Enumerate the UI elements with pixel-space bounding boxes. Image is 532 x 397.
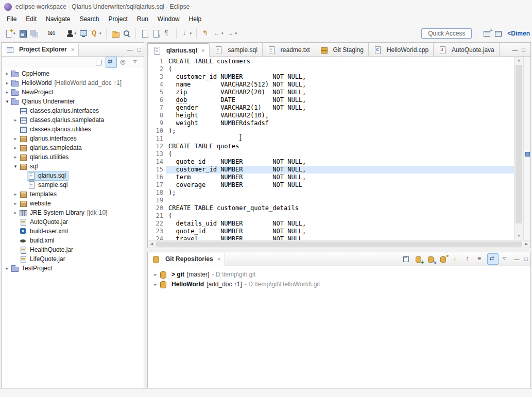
tree-item[interactable]: build.xml	[2, 236, 144, 245]
code-line[interactable]: gender VARCHAR2(1) NOT NULL,	[166, 104, 514, 112]
fetch-icon[interactable]	[450, 253, 461, 265]
editor-tab[interactable]: HelloWorld.cpp	[369, 43, 434, 56]
dropdown-arrow-icon[interactable]: ▾	[75, 31, 77, 36]
code-line[interactable]: dob DATE NOT NULL,	[166, 96, 514, 104]
menu-file[interactable]: File	[2, 14, 21, 24]
maximize-view-icon[interactable]: □	[134, 46, 144, 53]
editor-tab[interactable]: sample.sql	[210, 43, 262, 56]
tree-item[interactable]: ▸HelloWorld[HelloWorld add_doc ↑1]	[2, 78, 144, 88]
branch-hierarchy-icon[interactable]	[475, 253, 486, 265]
binary-console-icon[interactable]	[46, 28, 58, 39]
scroll-right-icon[interactable]: ▶	[523, 242, 530, 246]
horizontal-scrollbar[interactable]: ◀ ▶	[148, 240, 530, 248]
tree-item[interactable]: ▸JRE System Library[jdk-10]	[2, 208, 144, 217]
code-line[interactable]: customer_id NUMBER NOT NULL,	[166, 73, 514, 81]
code-line[interactable]: quote_id NUMBER NOT NULL,	[166, 158, 514, 166]
menu-edit[interactable]: Edit	[21, 14, 41, 24]
tree-item[interactable]: classes.qlarius.interfaces	[2, 106, 144, 115]
last-edit-location-icon[interactable]	[200, 28, 211, 39]
tree-item[interactable]: sample.sql	[2, 180, 144, 189]
run-qlarius-dropdown-icon[interactable]: ▾	[89, 28, 103, 39]
tree-item[interactable]: classes.qlarius.utilities	[2, 125, 144, 134]
code-area[interactable]: CREATE TABLE customers( customer_id NUMB…	[166, 57, 514, 240]
occurrence-marker[interactable]	[525, 152, 530, 157]
code-line[interactable]: (	[166, 65, 514, 73]
console-icon[interactable]	[78, 28, 89, 39]
view-menu-icon[interactable]	[130, 57, 142, 68]
code-line[interactable]: );	[166, 127, 514, 135]
expand-arrow-icon[interactable]: ▸	[152, 272, 159, 277]
repo-item[interactable]: ▸HelloWorld[add_doc ↑1]- D:\temp\git\Hel…	[148, 279, 530, 289]
account-dropdown-icon[interactable]: ▾	[64, 28, 78, 39]
tree-item[interactable]: ▸qlarius.interfaces	[2, 134, 144, 143]
menu-navigate[interactable]: Navigate	[41, 14, 75, 24]
quick-access-button[interactable]: Quick Access	[421, 28, 472, 39]
expand-arrow-icon[interactable]: ▸	[152, 282, 159, 287]
focus-on-task-icon[interactable]	[118, 57, 129, 68]
collapse-all-icon[interactable]	[401, 253, 412, 265]
add-repository-icon[interactable]	[413, 253, 424, 265]
expand-arrow-icon[interactable]: ▸	[12, 154, 19, 160]
previous-annotation-icon[interactable]	[150, 28, 162, 39]
tree-item[interactable]: ▸qlarius.sampledata	[2, 143, 144, 152]
expand-arrow-icon[interactable]: ▾	[4, 99, 11, 104]
sql-editor[interactable]: 123456789101112131415161718192021222324 …	[148, 57, 530, 240]
menu-help[interactable]: Help	[184, 14, 207, 24]
next-annotation-icon[interactable]	[139, 28, 150, 39]
tree-item[interactable]: HealthQuote.jar	[2, 245, 144, 254]
close-tab-icon[interactable]: ×	[201, 47, 204, 54]
code-line[interactable]: zip VARCHAR2(20) NOT NULL,	[166, 89, 514, 96]
scroll-up-icon[interactable]: ▲	[514, 57, 523, 64]
code-line[interactable]: term NUMBER NOT NULL,	[166, 174, 514, 181]
code-line[interactable]: );	[166, 189, 514, 197]
open-resource-folder-icon[interactable]	[110, 28, 121, 39]
expand-arrow-icon[interactable]: ▸	[12, 145, 19, 150]
collapse-all-icon[interactable]	[93, 57, 105, 68]
close-view-icon[interactable]: ×	[71, 46, 74, 53]
tree-item[interactable]: build-user.xml	[2, 227, 144, 236]
menu-window[interactable]: Window	[153, 14, 184, 24]
create-repository-icon[interactable]	[438, 253, 449, 265]
code-line[interactable]: travel NUMBER NOT NULL,	[166, 235, 514, 240]
horizontal-sash[interactable]	[147, 248, 531, 252]
tree-item[interactable]: ▸website	[2, 199, 144, 208]
back-history-dropdown-icon[interactable]: ▾	[211, 28, 225, 39]
editor-tab[interactable]: Git Staging	[315, 43, 369, 56]
search-icon[interactable]	[121, 28, 132, 39]
minimize-view-icon[interactable]: —	[512, 256, 521, 262]
show-whitespace-icon[interactable]	[162, 28, 173, 39]
editor-tab[interactable]: readme.txt	[263, 43, 315, 56]
code-line[interactable]	[166, 197, 514, 204]
tree-item[interactable]: ▸qlarius.utilities	[2, 152, 144, 162]
save-all-icon[interactable]	[28, 28, 40, 39]
menu-run[interactable]: Run	[132, 14, 153, 24]
tree-item[interactable]: ▸classes.qlarius.sampledata	[2, 115, 144, 125]
expand-arrow-icon[interactable]: ▸	[4, 266, 11, 271]
repo-item[interactable]: ▸> git[master]- D:\temp\git\.git	[148, 269, 530, 279]
expand-arrow-icon[interactable]: ▸	[4, 90, 11, 95]
code-line[interactable]: weight NUMBERdsfadsf	[166, 119, 514, 127]
link-with-editor-icon[interactable]	[106, 57, 117, 68]
tree-item[interactable]: qlarius.sql	[2, 171, 144, 180]
dropdown-arrow-icon[interactable]: ▾	[99, 31, 101, 36]
minimize-editor-icon[interactable]: —	[512, 47, 518, 53]
tree-item[interactable]: ▸templates	[2, 189, 144, 199]
expand-arrow-icon[interactable]: ▸	[12, 117, 19, 123]
expand-arrow-icon[interactable]: ▸	[4, 80, 11, 85]
link-with-selection-icon[interactable]	[487, 253, 499, 265]
dropdown-arrow-icon[interactable]: ▾	[235, 31, 237, 36]
scroll-left-icon[interactable]: ◀	[148, 242, 156, 246]
code-line[interactable]: coverage NUMBER NOT NULL	[166, 181, 514, 189]
dropdown-arrow-icon[interactable]: ▾	[190, 31, 192, 36]
tree-item[interactable]: ▾sql	[2, 162, 144, 171]
project-explorer-tab[interactable]: Project Explorer ×	[2, 43, 79, 56]
tree-item[interactable]: LifeQuote.jar	[2, 254, 144, 264]
code-line[interactable]: name VARCHAR2(512) NOT NULL,	[166, 81, 514, 89]
minimize-view-icon[interactable]: —	[125, 46, 134, 53]
editor-tab[interactable]: qlarius.sql×	[148, 43, 210, 57]
tree-item[interactable]: ▸CppHome	[2, 69, 144, 78]
vertical-scroll-thumb[interactable]	[516, 65, 522, 223]
expand-arrow-icon[interactable]: ▸	[12, 192, 19, 197]
overview-ruler[interactable]	[523, 57, 530, 240]
tree-item[interactable]: AutoQuote.jar	[2, 217, 144, 227]
